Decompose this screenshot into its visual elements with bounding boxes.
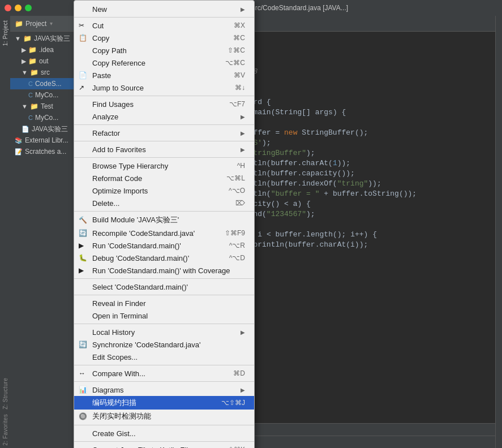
menu-item-paste[interactable]: 📄 Paste ⌘V xyxy=(74,69,254,81)
shortcut-delete: ⌦ xyxy=(235,199,245,207)
menu-item-recompile[interactable]: 🔄 Recompile 'CodeStandard.java' ⇧⌘F9 xyxy=(74,227,254,239)
menu-label-optimize-imports: Optimize Imports xyxy=(92,187,217,195)
shortcut-compare: ⌘D xyxy=(233,369,245,377)
menu-label-copy-path: Copy Path xyxy=(92,46,216,55)
sync-icon: 🔄 xyxy=(79,341,87,348)
left-sidebar: 1: Project Z: Structure 2: Favorites xyxy=(0,16,10,448)
cut-icon: ✂ xyxy=(79,21,84,29)
menu-item-edit-scopes[interactable]: Edit Scopes... xyxy=(74,351,254,363)
menu-item-code-scan[interactable]: 编码规约扫描 ⌥⇧⌘J xyxy=(74,396,254,410)
menu-label-new: New xyxy=(92,5,236,14)
tree-item-label: CodeS... xyxy=(35,80,62,88)
tree-item-label: src xyxy=(41,68,50,76)
menu-separator xyxy=(74,381,254,382)
sidebar-item-project[interactable]: 1: Project xyxy=(1,18,10,48)
sidebar-item-favorites[interactable]: 2: Favorites xyxy=(1,412,10,448)
menu-item-reformat[interactable]: Reformat Code ⌥⌘L xyxy=(74,172,254,184)
menu-item-analyze[interactable]: Analyze ▶ xyxy=(74,110,254,123)
menu-label-reveal-finder: Reveal in Finder xyxy=(92,299,245,308)
tree-item-label: .idea xyxy=(39,46,54,54)
project-dropdown-icon[interactable]: ▾ xyxy=(50,20,53,27)
realtime-icon: 🔘 xyxy=(79,412,87,420)
menu-item-copy-reference[interactable]: Copy Reference ⌥⌘C xyxy=(74,57,254,69)
menu-item-debug[interactable]: 🐛 Debug 'CodeStandard.main()' ^⌥D xyxy=(74,252,254,264)
arrow-icon: ▶ xyxy=(241,387,245,393)
shortcut-copy: ⌘C xyxy=(233,34,245,42)
minimize-button[interactable] xyxy=(15,5,22,11)
menu-item-convert-kotlin[interactable]: Convert Java File to Kotlin File ⌥⇧⌘K xyxy=(74,443,254,448)
folder-icon-src: 📁 xyxy=(30,68,38,76)
shortcut-optimize-imports: ^⌥O xyxy=(229,187,245,195)
debug-icon: 🐛 xyxy=(79,254,87,262)
menu-item-copy[interactable]: 📋 Copy ⌘C xyxy=(74,32,254,44)
diagrams-icon: 📊 xyxy=(79,386,87,394)
jump-icon: ↗ xyxy=(79,84,84,92)
menu-item-local-history[interactable]: Local History ▶ xyxy=(74,326,254,338)
menu-item-open-terminal[interactable]: Open in Terminal xyxy=(74,309,254,322)
menu-item-delete[interactable]: Delete... ⌦ xyxy=(74,197,254,209)
menu-separator xyxy=(74,324,254,324)
menu-item-select[interactable]: Select 'CodeStandard.main()' xyxy=(74,281,254,293)
menu-label-analyze: Analyze xyxy=(92,113,236,121)
menu-label-recompile: Recompile 'CodeStandard.java' xyxy=(92,229,213,238)
expand-icon: ▼ xyxy=(15,35,21,42)
arrow-icon: ▶ xyxy=(241,130,245,136)
menu-item-run[interactable]: ▶ Run 'CodeStandard.main()' ^⌥R xyxy=(74,239,254,252)
menu-separator xyxy=(74,365,254,365)
menu-item-cut[interactable]: ✂ Cut ⌘X xyxy=(74,19,254,32)
menu-label-synchronize: Synchronize 'CodeStandard.java' xyxy=(92,341,245,349)
menu-label-browse-hierarchy: Browse Type Hierarchy xyxy=(92,162,226,170)
tree-item-label: Scratches a... xyxy=(25,148,66,156)
menu-item-find-usages[interactable]: Find Usages ⌥F7 xyxy=(74,98,254,110)
menu-item-optimize-imports[interactable]: Optimize Imports ^⌥O xyxy=(74,184,254,197)
project-icon: 📁 xyxy=(15,20,23,28)
menu-separator xyxy=(74,157,254,158)
menu-item-refactor[interactable]: Refactor ▶ xyxy=(74,127,254,139)
shortcut-code-scan: ⌥⇧⌘J xyxy=(221,399,245,407)
menu-label-local-history: Local History xyxy=(92,328,236,337)
expand-icon: ▼ xyxy=(22,69,28,76)
menu-item-compare[interactable]: ↔ Compare With... ⌘D xyxy=(74,367,254,380)
shortcut-jump-source: ⌘↓ xyxy=(235,84,245,92)
arrow-icon: ▶ xyxy=(241,329,245,335)
scratch-icon: 📝 xyxy=(15,148,23,156)
right-sidebar xyxy=(495,16,502,448)
menu-item-copy-path[interactable]: Copy Path ⇧⌘C xyxy=(74,44,254,57)
menu-item-close-realtime[interactable]: 🔘 关闭实时检测功能 xyxy=(74,410,254,423)
menu-item-jump-source[interactable]: ↗ Jump to Source ⌘↓ xyxy=(74,81,254,94)
tree-item-label: Test xyxy=(41,102,53,110)
java-file-icon: C xyxy=(28,80,33,87)
menu-item-diagrams[interactable]: 📊 Diagrams ▶ xyxy=(74,384,254,396)
menu-item-create-gist[interactable]: Create Gist... xyxy=(74,427,254,440)
run-coverage-icon: ▶ xyxy=(79,266,84,274)
menu-separator xyxy=(74,278,254,279)
menu-item-synchronize[interactable]: 🔄 Synchronize 'CodeStandard.java' xyxy=(74,338,254,351)
close-button[interactable] xyxy=(5,5,11,11)
menu-item-add-favorites[interactable]: Add to Favorites ▶ xyxy=(74,143,254,156)
maximize-button[interactable] xyxy=(25,5,32,11)
menu-item-browse-hierarchy[interactable]: Browse Type Hierarchy ^H xyxy=(74,160,254,172)
tree-item-label: MyCo... xyxy=(35,114,58,122)
shortcut-cut: ⌘X xyxy=(234,21,245,29)
paste-icon: 📄 xyxy=(79,71,87,79)
menu-item-new[interactable]: New ▶ xyxy=(74,3,254,15)
shortcut-copy-reference: ⌥⌘C xyxy=(225,59,245,67)
menu-label-copy-reference: Copy Reference xyxy=(92,59,214,67)
menu-label-find-usages: Find Usages xyxy=(92,100,218,109)
sidebar-item-structure[interactable]: Z: Structure xyxy=(1,376,10,412)
shortcut-browse-hierarchy: ^H xyxy=(237,162,245,170)
tree-item-label: External Libr... xyxy=(25,136,68,144)
menu-separator xyxy=(74,295,254,295)
menu-label-jump-source: Jump to Source xyxy=(92,84,224,92)
expand-icon: ▶ xyxy=(22,58,26,65)
menu-separator xyxy=(74,17,254,18)
menu-item-reveal-finder[interactable]: Reveal in Finder xyxy=(74,297,254,309)
menu-label-run-coverage: Run 'CodeStandard.main()' with Coverage xyxy=(92,266,245,275)
menu-label-debug: Debug 'CodeStandard.main()' xyxy=(92,254,218,262)
java-file-icon: C xyxy=(28,92,33,98)
menu-separator xyxy=(74,441,254,442)
menu-item-run-coverage[interactable]: ▶ Run 'CodeStandard.main()' with Coverag… xyxy=(74,264,254,277)
folder-icon-out: 📁 xyxy=(28,57,37,65)
menu-label-convert-kotlin: Convert Java File to Kotlin File xyxy=(92,446,209,449)
menu-item-build-module[interactable]: 🔨 Build Module 'JAVA实验三' xyxy=(74,213,254,227)
